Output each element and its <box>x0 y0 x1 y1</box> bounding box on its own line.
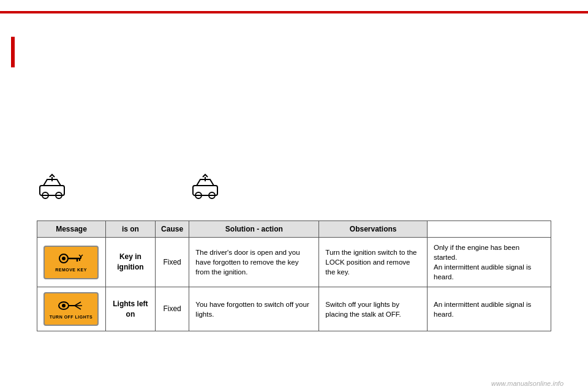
top-bar <box>0 11 588 13</box>
col-observations: Observations <box>319 221 428 238</box>
lights-icon-svg <box>58 298 85 313</box>
svg-rect-4 <box>193 186 217 195</box>
svg-point-9 <box>62 257 66 260</box>
svg-point-19 <box>62 304 66 307</box>
table-row: REMOVE KEY Key in ignition Fixed The dri… <box>37 238 551 287</box>
car-svg-1 <box>37 172 67 202</box>
cause-cell-1: The driver's door is open and you have f… <box>189 238 319 287</box>
badge-cell-2: TURN OFF LIGHTS <box>37 287 106 331</box>
cause-cell-2: You have forgotten to switch off your li… <box>189 287 319 331</box>
turn-off-lights-badge: TURN OFF LIGHTS <box>43 292 99 326</box>
warning-table: Message is on Cause Solution - action Ob… <box>37 221 551 331</box>
car-svg-2 <box>190 172 220 202</box>
observations-cell-2: An intermittent audible signal is heard. <box>428 287 551 331</box>
obs-text-1: Only if the engine has been started.An i… <box>434 244 531 281</box>
table-row: TURN OFF LIGHTS Lights left on Fixed You… <box>37 287 551 331</box>
remove-key-icon <box>59 251 83 266</box>
svg-line-16 <box>75 302 81 306</box>
left-sidebar-marker <box>11 37 15 67</box>
col-is-on: is on <box>106 221 156 238</box>
is-on-cell-1: Fixed <box>155 238 189 287</box>
remove-key-label: REMOVE KEY <box>55 267 87 273</box>
observations-cell-1: Only if the engine has been started.An i… <box>428 238 551 287</box>
col-message: Message <box>37 221 106 238</box>
icons-area <box>37 172 221 202</box>
col-solution: Solution - action <box>189 221 319 238</box>
lights-icon <box>58 298 85 313</box>
badge-cell-1: REMOVE KEY <box>37 238 106 287</box>
svg-line-18 <box>75 306 81 309</box>
warning-table-container: Message is on Cause Solution - action Ob… <box>37 221 551 331</box>
msg-cell-2: Lights left on <box>106 287 156 331</box>
key-icon-svg <box>59 251 83 266</box>
turn-off-lights-label: TURN OFF LIGHTS <box>50 314 93 320</box>
col-cause: Cause <box>155 221 189 238</box>
remove-key-badge: REMOVE KEY <box>43 246 99 279</box>
svg-rect-0 <box>40 186 64 195</box>
solution-cell-2: Switch off your lights by placing the st… <box>319 287 428 331</box>
solution-cell-1: Turn the ignition switch to the LOCK pos… <box>319 238 428 287</box>
car-door-icon-2 <box>190 172 221 202</box>
is-on-cell-2: Fixed <box>155 287 189 331</box>
car-door-icon-1 <box>37 172 67 202</box>
msg-cell-1: Key in ignition <box>106 238 156 287</box>
table-header-row: Message is on Cause Solution - action Ob… <box>37 221 551 238</box>
watermark: www.manualsonline.info <box>491 380 564 387</box>
